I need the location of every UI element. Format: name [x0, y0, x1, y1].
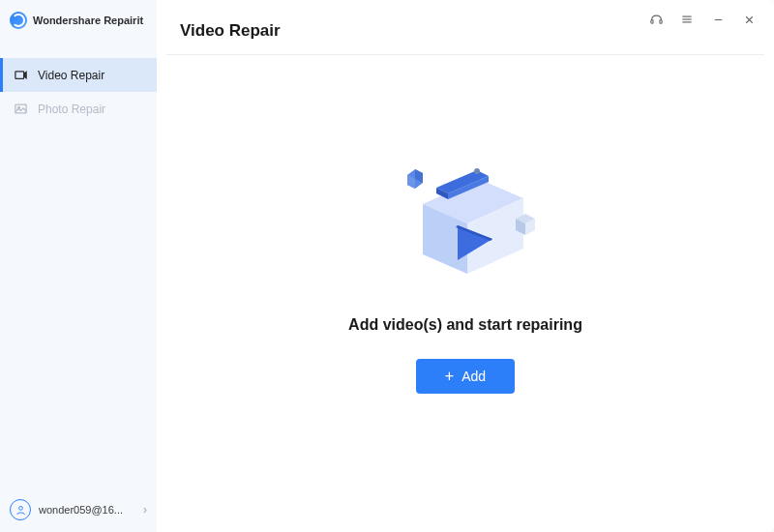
main-header: Video Repair	[157, 0, 774, 54]
add-button-label: Add	[461, 369, 486, 384]
sidebar-item-video-repair[interactable]: Video Repair	[0, 58, 157, 92]
chevron-right-icon: ›	[143, 503, 147, 517]
video-repair-icon	[14, 68, 28, 82]
svg-point-3	[18, 506, 22, 510]
sidebar: Wondershare Repairit Video Repair	[0, 0, 157, 532]
user-account-bar[interactable]: wonder059@16... ›	[10, 499, 147, 520]
svg-rect-5	[659, 19, 661, 23]
app-logo-icon	[10, 12, 27, 29]
svg-rect-0	[15, 72, 24, 79]
plus-icon: +	[445, 369, 454, 384]
avatar-icon	[10, 499, 31, 520]
photo-repair-icon	[14, 102, 28, 116]
content-area: Add video(s) and start repairing + Add	[157, 55, 774, 532]
app-brand: Wondershare Repairit	[0, 0, 157, 41]
main-panel: Video Repair	[157, 0, 774, 532]
prompt-text: Add video(s) and start repairing	[348, 316, 582, 334]
app-window: Wondershare Repairit Video Repair	[0, 0, 774, 532]
menu-icon[interactable]	[679, 12, 695, 27]
add-button[interactable]: + Add	[416, 359, 515, 394]
sidebar-item-label: Video Repair	[38, 69, 104, 82]
window-controls	[648, 12, 757, 27]
nav-list: Video Repair Photo Repair	[0, 58, 157, 126]
video-illustration	[388, 156, 543, 291]
svg-point-12	[474, 168, 480, 174]
user-name: wonder059@16...	[39, 504, 135, 516]
svg-rect-4	[650, 19, 652, 23]
minimize-icon[interactable]	[710, 12, 726, 27]
close-icon[interactable]	[741, 12, 757, 27]
app-name: Wondershare Repairit	[33, 15, 143, 26]
support-icon[interactable]	[648, 12, 664, 27]
sidebar-item-photo-repair[interactable]: Photo Repair	[0, 92, 157, 126]
sidebar-item-label: Photo Repair	[38, 103, 105, 116]
